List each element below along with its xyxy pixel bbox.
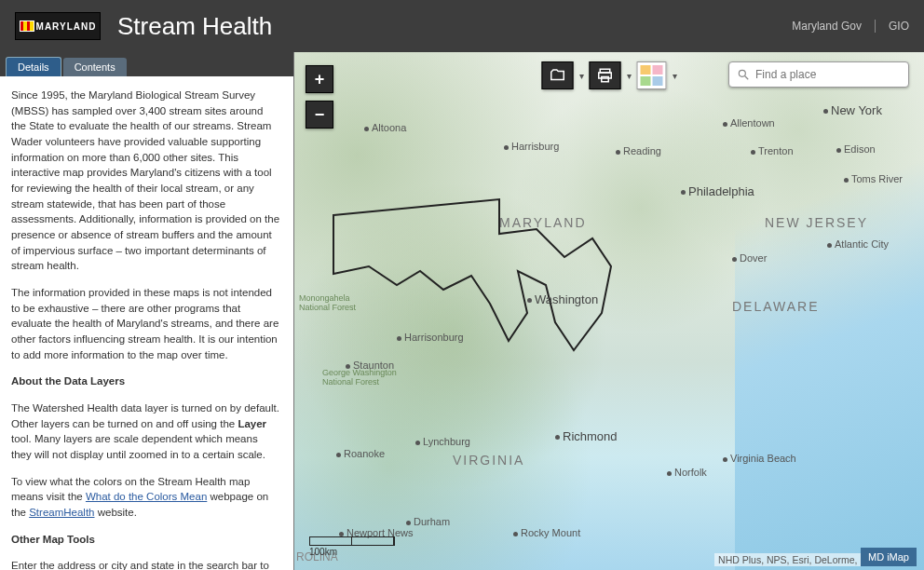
- md-imap-badge[interactable]: MD iMap: [861, 548, 917, 566]
- city-label: Virginia Beach: [723, 453, 796, 464]
- city-label: Durham: [406, 516, 450, 527]
- zoom-controls: + −: [306, 65, 333, 129]
- city-label: New York: [823, 103, 882, 117]
- scale-bar: 100km: [309, 536, 395, 557]
- basemap-dropdown-arrow[interactable]: ▾: [673, 71, 677, 81]
- city-label: Washington: [527, 292, 598, 306]
- side-tabs: Details Contents: [0, 52, 293, 76]
- search-icon: [737, 68, 750, 81]
- details-paragraph: Since 1995, the Maryland Biological Stre…: [11, 88, 280, 274]
- basemap-button[interactable]: [637, 61, 667, 89]
- search-input[interactable]: [755, 68, 901, 81]
- city-label: Philadelphia: [681, 184, 754, 198]
- city-label: Trenton: [751, 145, 794, 156]
- svg-point-3: [739, 70, 745, 76]
- city-label: Reading: [616, 145, 661, 156]
- app-title: Stream Health: [117, 12, 272, 41]
- main-content: Details Contents Since 1995, the Marylan…: [0, 52, 924, 570]
- map-toolbar: ▾ ▾ ▾: [542, 61, 677, 89]
- details-heading: About the Data Layers: [11, 373, 280, 389]
- header-links: Maryland Gov GIO: [792, 20, 909, 33]
- printer-icon: [597, 67, 614, 84]
- state-label: VIRGINIA: [453, 453, 524, 468]
- maryland-logo: MARYLAND: [15, 12, 101, 40]
- city-label: Toms River: [844, 173, 903, 184]
- link-colors-mean[interactable]: What do the Colors Mean: [86, 491, 207, 502]
- scale-label: 100km: [309, 547, 395, 557]
- layer-button[interactable]: [542, 61, 574, 89]
- print-button[interactable]: [590, 61, 621, 89]
- tab-contents[interactable]: Contents: [63, 58, 127, 76]
- print-dropdown-arrow[interactable]: ▾: [627, 71, 632, 81]
- zoom-in-button[interactable]: +: [306, 65, 333, 93]
- details-heading: Other Map Tools: [11, 532, 280, 548]
- city-label: Lynchburg: [415, 436, 470, 447]
- maryland-outline: [332, 183, 667, 369]
- city-label: Altoona: [364, 122, 406, 133]
- link-streamhealth[interactable]: StreamHealth: [29, 507, 94, 518]
- maryland-flag-icon: [20, 20, 34, 32]
- city-label: Roanoke: [336, 448, 385, 459]
- svg-line-4: [745, 76, 749, 80]
- details-paragraph: The information provided in these maps i…: [11, 285, 280, 362]
- zoom-out-button[interactable]: −: [306, 101, 333, 129]
- link-maryland-gov[interactable]: Maryland Gov: [792, 20, 862, 33]
- details-paragraph: Enter the address or city and state in t…: [11, 558, 280, 570]
- state-label: MARYLAND: [499, 215, 587, 230]
- city-label: Dover: [732, 252, 767, 264]
- map-label: Monongahela National Forest: [299, 294, 374, 313]
- details-paragraph: The Watershed Health data layer is turne…: [11, 400, 280, 463]
- details-pane[interactable]: Since 1995, the Maryland Biological Stre…: [0, 76, 293, 570]
- layer-dropdown-arrow[interactable]: ▾: [579, 71, 584, 81]
- city-label: Norfolk: [667, 467, 707, 478]
- map-label: George Washington National Forest: [322, 369, 397, 387]
- city-label: Harrisonburg: [397, 332, 464, 343]
- app-header: MARYLAND Stream Health Maryland Gov GIO: [0, 0, 924, 52]
- basemap-swatch-icon: [641, 65, 651, 75]
- map-viewport[interactable]: New YorkAllentownAltoonaEdisonHarrisburg…: [294, 52, 924, 570]
- tab-details[interactable]: Details: [6, 57, 61, 76]
- city-label: Atlantic City: [827, 238, 889, 250]
- details-paragraph: To view what the colors on the Stream He…: [11, 474, 280, 521]
- folder-icon: [550, 67, 566, 84]
- state-label: DELAWARE: [732, 299, 820, 314]
- separator: [875, 20, 876, 33]
- state-label: NEW JERSEY: [765, 215, 868, 230]
- city-label: Allentown: [723, 117, 775, 129]
- city-label: Richmond: [555, 429, 618, 443]
- link-gio[interactable]: GIO: [889, 20, 909, 33]
- logo-text: MARYLAND: [36, 21, 97, 32]
- city-label: Harrisburg: [504, 141, 559, 152]
- side-panel: Details Contents Since 1995, the Marylan…: [0, 52, 294, 570]
- search-box[interactable]: [728, 61, 909, 88]
- city-label: Edison: [836, 143, 876, 155]
- city-label: Rocky Mount: [513, 527, 580, 538]
